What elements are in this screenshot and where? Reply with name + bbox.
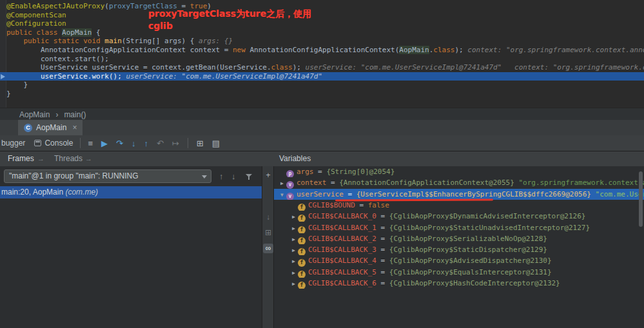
restore-layout-icon[interactable]: ⊞ bbox=[197, 139, 204, 148]
code-line[interactable]: @EnableAspectJAutoProxy(proxyTargetClass… bbox=[6, 2, 644, 11]
variable-value: {UserServiceImpl$$EnhancerBySpringCGLIB$… bbox=[356, 190, 591, 198]
move-down-icon[interactable]: ↓ bbox=[262, 213, 274, 222]
tab-threads[interactable]: Threads bbox=[54, 151, 83, 166]
variable-row[interactable]: ▶fCGLIB$CALLBACK_1 = {CglibAopProxy$Stat… bbox=[274, 222, 644, 233]
editor-gutter[interactable] bbox=[0, 0, 6, 108]
variable-row[interactable]: ▶vcontext = {AnnotationConfigApplication… bbox=[274, 177, 644, 188]
variable-row[interactable]: ▶fCGLIB$CALLBACK_4 = {CglibAopProxy$Advi… bbox=[274, 255, 644, 266]
code-segment: AnnotationConfigApplicationContext conte… bbox=[6, 46, 233, 54]
equals-sign: = bbox=[376, 212, 389, 220]
restore-watches-icon[interactable]: ⊞ bbox=[262, 228, 274, 238]
show-execution-point-icon[interactable]: ▶ bbox=[101, 139, 108, 148]
tab-console[interactable]: Console bbox=[34, 139, 73, 148]
debug-step-icons: ≡▶↷↓↑↶↦⊞▤ bbox=[88, 138, 220, 148]
expander-icon[interactable]: ▶ bbox=[289, 223, 298, 233]
variable-row[interactable]: ▶fCGLIB$CALLBACK_6 = {CglibAopProxy$Hash… bbox=[274, 278, 644, 289]
variables-scrollbar[interactable] bbox=[639, 171, 643, 227]
variable-name: args bbox=[297, 168, 314, 176]
variable-name: context bbox=[297, 178, 326, 187]
variable-row[interactable]: ▼vuserService = {UserServiceImpl$$Enhanc… bbox=[274, 189, 644, 200]
chevron-down-icon bbox=[202, 175, 207, 178]
variable-name: CGLIB$CALLBACK_6 bbox=[308, 279, 376, 287]
show-watches-icon[interactable]: ∞ bbox=[263, 244, 273, 253]
code-segment: public static void bbox=[24, 37, 105, 45]
equals-sign: = bbox=[326, 178, 339, 187]
expander-icon[interactable]: ▶ bbox=[289, 278, 298, 289]
code-segment: ); bbox=[454, 46, 467, 54]
thread-selector-value: "main"@1 in group "main": RUNNING bbox=[9, 171, 139, 180]
variable-type-icon: p bbox=[286, 170, 294, 177]
tab-aopmain[interactable]: C AopMain × bbox=[18, 120, 83, 135]
expander-icon[interactable]: ▶ bbox=[289, 234, 298, 244]
variable-name: CGLIB$CALLBACK_3 bbox=[308, 246, 376, 254]
class-icon: C bbox=[24, 124, 32, 132]
tab-frames[interactable]: Frames bbox=[8, 151, 34, 166]
editor-tab-bar: C AopMain × bbox=[0, 120, 644, 136]
variable-row[interactable]: ▶fCGLIB$CALLBACK_3 = {CglibAopProxy$Stat… bbox=[274, 244, 644, 255]
variable-value: {CglibAopProxy$StaticUnadvisedIntercepto… bbox=[389, 224, 590, 232]
variable-row[interactable]: pargs = {String[0]@2054} bbox=[274, 166, 644, 177]
variable-row[interactable]: ▶fCGLIB$CALLBACK_0 = {CglibAopProxy$Dyna… bbox=[274, 211, 644, 222]
frame-location: main:20, AopMain bbox=[1, 188, 65, 197]
code-line[interactable]: context.start(); bbox=[6, 55, 644, 64]
run-to-cursor-icon[interactable]: ↦ bbox=[172, 139, 179, 148]
code-line[interactable]: public static void main(String[] args) {… bbox=[6, 37, 644, 46]
thread-selector-dropdown[interactable]: "main"@1 in group "main": RUNNING bbox=[4, 169, 211, 183]
variable-row[interactable]: fCGLIB$BOUND = false bbox=[274, 200, 644, 211]
code-line[interactable]: public class AopMain { bbox=[6, 28, 644, 37]
code-line[interactable]: } bbox=[6, 90, 644, 99]
equals-sign: = bbox=[355, 201, 368, 209]
previous-frame-icon[interactable]: ↑ bbox=[219, 169, 224, 183]
code-segment: args: {} bbox=[199, 37, 233, 45]
variable-value: {CglibAopProxy$HashCodeInterceptor@2132} bbox=[389, 279, 560, 287]
drop-frame-icon[interactable]: ↶ bbox=[157, 139, 164, 148]
red-annotation-line2: cglib bbox=[148, 20, 311, 32]
variable-row[interactable]: ▶fCGLIB$CALLBACK_5 = {CglibAopProxy$Equa… bbox=[274, 267, 644, 278]
code-editor[interactable]: @EnableAspectJAutoProxy(proxyTargetClass… bbox=[0, 0, 644, 108]
code-line[interactable]: UserService userService = context.getBea… bbox=[6, 63, 644, 72]
expander-icon[interactable]: ▶ bbox=[289, 245, 298, 255]
code-segment: userService: "com.me.UserServiceImpl@724… bbox=[306, 63, 644, 72]
tab-debugger[interactable]: bugger bbox=[1, 139, 25, 148]
code-line[interactable]: @ComponentScan bbox=[6, 11, 644, 20]
code-segment: { bbox=[92, 28, 100, 37]
code-line[interactable]: @Configuration bbox=[6, 19, 644, 28]
code-segment: } bbox=[6, 90, 11, 98]
execution-line[interactable]: userService.work(); userService: "com.me… bbox=[0, 72, 644, 81]
expander-icon[interactable]: ▶ bbox=[278, 178, 286, 188]
variables-panel-title: Variables bbox=[279, 151, 311, 166]
frames-tab-arrow-icon: → bbox=[37, 151, 44, 166]
variable-type-icon: f bbox=[298, 271, 306, 278]
equals-sign: = bbox=[376, 256, 389, 265]
step-into-icon[interactable]: ↓ bbox=[132, 139, 136, 148]
code-segment: class bbox=[433, 46, 454, 54]
code-segment: @EnableAspectJAutoProxy bbox=[6, 2, 104, 10]
equals-sign: = bbox=[376, 224, 389, 232]
variable-type-icon: f bbox=[298, 204, 306, 211]
code-line[interactable]: AnnotationConfigApplicationContext conte… bbox=[6, 46, 644, 55]
next-frame-icon[interactable]: ↓ bbox=[231, 169, 236, 183]
variable-value: {CglibAopProxy$StaticDispatcher@2129} bbox=[389, 246, 547, 254]
variable-type-icon: f bbox=[298, 248, 306, 255]
expander-icon[interactable]: ▶ bbox=[289, 211, 298, 222]
step-over-icon[interactable]: ↷ bbox=[116, 139, 123, 148]
expander-icon[interactable]: ▶ bbox=[289, 267, 298, 278]
variable-name: CGLIB$CALLBACK_1 bbox=[308, 224, 376, 232]
add-watch-icon[interactable]: + bbox=[262, 171, 274, 180]
expander-icon[interactable]: ▶ bbox=[289, 256, 298, 266]
code-segment: @ComponentScan bbox=[6, 11, 66, 19]
frame-row[interactable]: main:20, AopMain (com.me) bbox=[0, 186, 262, 198]
equals-sign: = bbox=[344, 190, 356, 198]
close-tab-icon[interactable]: × bbox=[72, 123, 77, 132]
breadcrumb-item-class[interactable]: AopMain bbox=[19, 110, 50, 119]
menu-icon[interactable]: ≡ bbox=[88, 139, 93, 148]
step-out-icon[interactable]: ↑ bbox=[144, 139, 148, 148]
filter-frames-icon[interactable] bbox=[246, 174, 252, 180]
breadcrumb-item-method[interactable]: main() bbox=[64, 110, 86, 119]
variable-name: CGLIB$BOUND bbox=[308, 201, 355, 209]
expander-icon[interactable]: ▼ bbox=[278, 189, 286, 200]
variable-row[interactable]: ▶fCGLIB$CALLBACK_2 = {CglibAopProxy$Seri… bbox=[274, 233, 644, 244]
code-line[interactable]: } bbox=[6, 81, 644, 90]
layout-settings-icon[interactable]: ▤ bbox=[212, 139, 220, 148]
variable-name: CGLIB$CALLBACK_5 bbox=[308, 268, 376, 276]
